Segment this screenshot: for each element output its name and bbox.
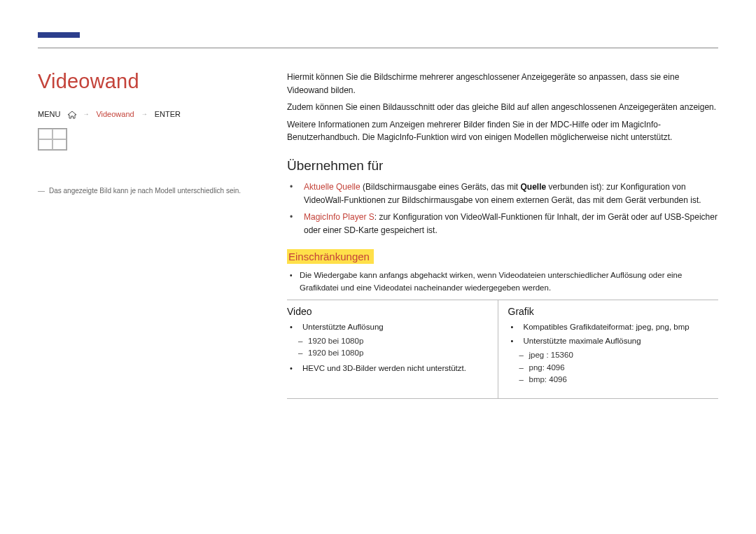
video-hevc-note: HEVC und 3D-Bilder werden nicht unterstü… xyxy=(287,363,491,374)
video-res-2: 1920 bei 1080p xyxy=(298,347,491,359)
grafik-heading: Grafik xyxy=(508,306,712,317)
breadcrumb-menu-label: MENU xyxy=(38,110,60,118)
right-column: Hiermit können Sie die Bildschirme mehre… xyxy=(287,70,718,399)
intro-para-3: Weitere Informationen zum Anzeigen mehre… xyxy=(287,118,718,144)
video-resolution-list: 1920 bei 1080p 1920 bei 1080p xyxy=(287,335,491,360)
apply-to-heading: Übernehmen für xyxy=(287,158,718,174)
grafik-jpeg: jpeg : 15360 xyxy=(519,349,712,361)
grafik-bmp: bmp: 4096 xyxy=(519,374,712,386)
term-magicinfo-player-s: MagicInfo Player S xyxy=(304,212,374,222)
top-accent-bar xyxy=(38,32,80,38)
breadcrumb-enter-label: ENTER xyxy=(155,110,181,118)
home-icon xyxy=(67,111,76,118)
restrictions-heading: Einschränkungen xyxy=(287,249,374,264)
grafik-maxres-label: Unterstützte maximale Auflösung xyxy=(508,335,712,347)
page-title: Videowand xyxy=(38,70,273,93)
videowall-grid-icon xyxy=(38,128,67,150)
grafik-format: Kompatibles Grafikdateiformat: jpeg, png… xyxy=(508,321,712,333)
video-column: Video Unterstützte Auflösung 1920 bei 10… xyxy=(287,300,498,398)
video-heading: Video xyxy=(287,306,491,317)
apply-to-list: Aktuelle Quelle (Bildschirmausgabe eines… xyxy=(287,181,718,237)
grafik-column: Grafik Kompatibles Grafikdateiformat: jp… xyxy=(498,300,719,398)
left-column: Videowand MENU → Videowand → ENTER Das a… xyxy=(38,70,287,399)
breadcrumb-active: Videowand xyxy=(96,110,134,118)
page-body: Videowand MENU → Videowand → ENTER Das a… xyxy=(0,0,756,399)
apply-to-item-aktuelle-quelle: Aktuelle Quelle (Bildschirmausgabe eines… xyxy=(287,181,718,206)
model-note: Das angezeigte Bild kann je nach Modell … xyxy=(38,185,273,196)
video-resolution-label: Unterstützte Auflösung xyxy=(287,321,491,333)
apply-to-item-magicinfo: MagicInfo Player S: zur Konfiguration vo… xyxy=(287,211,718,237)
intro-para-2: Zudem können Sie einen Bildausschnitt od… xyxy=(287,101,718,114)
spec-table: Video Unterstützte Auflösung 1920 bei 10… xyxy=(287,300,718,399)
chevron-right-icon: → xyxy=(141,111,148,118)
top-horizontal-rule xyxy=(38,48,718,48)
intro-para-1: Hiermit können Sie die Bildschirme mehre… xyxy=(287,71,718,97)
term-aktuelle-quelle: Aktuelle Quelle xyxy=(304,182,360,192)
grafik-png: png: 4096 xyxy=(519,362,712,374)
breadcrumb: MENU → Videowand → ENTER xyxy=(38,110,273,118)
video-res-1: 1920 bei 1080p xyxy=(298,335,491,347)
restriction-note: Die Wiedergabe kann anfangs abgehackt wi… xyxy=(287,269,718,294)
grafik-res-list: jpeg : 15360 png: 4096 bmp: 4096 xyxy=(508,349,712,386)
restrictions-list: Die Wiedergabe kann anfangs abgehackt wi… xyxy=(287,269,718,294)
term-quelle: Quelle xyxy=(520,182,546,192)
chevron-right-icon: → xyxy=(83,111,89,118)
